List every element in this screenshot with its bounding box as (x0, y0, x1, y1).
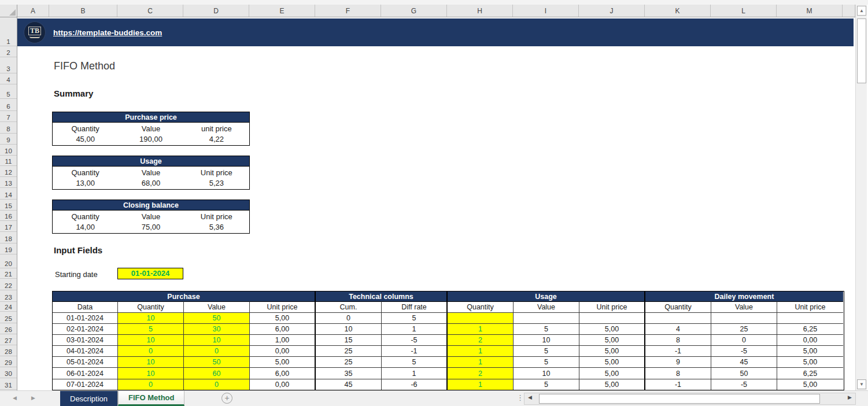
fifo-input-cell[interactable] (448, 313, 514, 324)
fifo-cell[interactable]: 10 (316, 324, 382, 335)
row-number-9[interactable]: 9 (0, 134, 17, 145)
fifo-input-cell[interactable]: 60 (184, 368, 250, 379)
fifo-cell[interactable]: -1 (382, 346, 448, 357)
fifo-cell[interactable]: -5 (711, 346, 777, 357)
fifo-cell[interactable]: -1 (645, 379, 711, 390)
fifo-input-cell[interactable]: 10 (118, 357, 184, 368)
fifo-cell[interactable]: 10 (514, 335, 579, 346)
fifo-cell[interactable]: 5 (514, 357, 579, 368)
fifo-cell[interactable]: 5 (514, 324, 579, 335)
summary-value-cell[interactable]: 13,00 (53, 178, 118, 189)
fifo-input-cell[interactable]: 50 (184, 313, 250, 324)
starting-date-input[interactable]: 01-01-2024 (117, 268, 183, 279)
summary-value-cell[interactable]: 190,00 (118, 134, 183, 145)
column-header-partial[interactable] (843, 5, 855, 17)
fifo-cell[interactable]: 6,25 (777, 324, 843, 335)
fifo-cell[interactable]: -6 (382, 379, 448, 390)
fifo-cell[interactable]: 07-01-2024 (53, 379, 118, 390)
row-number-11[interactable]: 11 (0, 156, 17, 166)
fifo-input-cell[interactable]: 1 (448, 379, 514, 390)
summary-value-cell[interactable]: 75,00 (118, 222, 183, 233)
fifo-cell[interactable]: 5,00 (579, 368, 645, 379)
fifo-cell[interactable]: 5 (514, 346, 579, 357)
row-number-16[interactable]: 16 (0, 211, 17, 221)
fifo-column-header[interactable]: Value (711, 301, 777, 313)
fifo-cell[interactable]: 25 (316, 357, 382, 368)
fifo-cell[interactable]: 02-01-2024 (53, 324, 118, 335)
fifo-cell[interactable]: 5 (382, 313, 448, 324)
row-number-15[interactable]: 15 (0, 200, 17, 211)
select-all-corner[interactable] (0, 5, 17, 17)
vertical-scrollbar[interactable]: ▲ ▼ (855, 5, 867, 390)
row-number-21[interactable]: 21 (0, 268, 17, 279)
row-number-20[interactable]: 20 (0, 254, 17, 268)
row-number-12[interactable]: 12 (0, 166, 17, 177)
fifo-input-cell[interactable]: 5 (118, 324, 184, 335)
fifo-cell[interactable]: 0,00 (777, 335, 843, 346)
fifo-cell[interactable]: 15 (316, 335, 382, 346)
row-number-31[interactable]: 31 (0, 378, 17, 390)
tab-splitter-handle[interactable]: ⋮ (516, 393, 525, 402)
scroll-left-icon[interactable]: ◀ (528, 394, 532, 400)
tab-nav-right-icon[interactable]: ▶ (31, 395, 35, 401)
horizontal-scroll-thumb[interactable] (539, 394, 820, 404)
fifo-cell[interactable]: 5,00 (579, 379, 645, 390)
row-number-25[interactable]: 25 (0, 312, 17, 323)
fifo-cell[interactable]: 06-01-2024 (53, 368, 118, 379)
row-number-19[interactable]: 19 (0, 243, 17, 254)
scroll-down-icon[interactable]: ▼ (857, 379, 866, 389)
row-number-3[interactable]: 3 (0, 57, 17, 73)
fifo-cell[interactable]: 05-01-2024 (53, 357, 118, 368)
fifo-column-header[interactable]: Quantity (118, 301, 184, 313)
row-number-7[interactable]: 7 (0, 111, 17, 122)
fifo-cell[interactable] (579, 313, 645, 324)
fifo-input-cell[interactable]: 0 (118, 346, 184, 357)
column-header-c[interactable]: C (117, 5, 183, 17)
column-header-i[interactable]: I (513, 5, 579, 17)
fifo-cell[interactable]: 6,00 (250, 324, 316, 335)
fifo-input-cell[interactable]: 0 (118, 379, 184, 390)
fifo-input-cell[interactable]: 10 (118, 335, 184, 346)
fifo-cell[interactable]: 25 (711, 324, 777, 335)
fifo-input-cell[interactable]: 1 (448, 346, 514, 357)
fifo-cell[interactable]: 5,00 (777, 379, 843, 390)
fifo-cell[interactable]: 5,00 (250, 357, 316, 368)
fifo-cell[interactable] (645, 313, 711, 324)
fifo-input-cell[interactable]: 0 (184, 379, 250, 390)
row-number-24[interactable]: 24 (0, 302, 17, 312)
summary-value-cell[interactable]: 5,36 (184, 222, 249, 233)
fifo-cell[interactable]: 45 (711, 357, 777, 368)
fifo-cell[interactable]: -5 (382, 335, 448, 346)
row-number-1[interactable]: 1 (0, 19, 17, 46)
fifo-input-cell[interactable]: 0 (184, 346, 250, 357)
summary-value-cell[interactable]: 4,22 (184, 134, 249, 145)
scroll-right-icon[interactable]: ▶ (848, 394, 852, 400)
fifo-cell[interactable]: 6,25 (777, 368, 843, 379)
row-number-10[interactable]: 10 (0, 145, 17, 156)
fifo-cell[interactable]: 10 (514, 368, 579, 379)
fifo-input-cell[interactable]: 50 (184, 357, 250, 368)
row-number-30[interactable]: 30 (0, 367, 17, 378)
fifo-column-header[interactable]: Quantity (448, 301, 514, 313)
column-header-a[interactable]: A (17, 5, 49, 17)
fifo-cell[interactable] (711, 313, 777, 324)
column-header-d[interactable]: D (183, 5, 249, 17)
tab-description[interactable]: Description (60, 391, 118, 406)
fifo-cell[interactable]: 03-01-2024 (53, 335, 118, 346)
summary-value-cell[interactable]: 68,00 (118, 178, 183, 189)
row-number-26[interactable]: 26 (0, 323, 17, 334)
column-header-m[interactable]: M (777, 5, 843, 17)
fifo-input-cell[interactable]: 10 (118, 313, 184, 324)
column-header-l[interactable]: L (711, 5, 777, 17)
fifo-cell[interactable]: -1 (645, 346, 711, 357)
row-number-23[interactable]: 23 (0, 290, 17, 302)
column-header-j[interactable]: J (579, 5, 645, 17)
fifo-cell[interactable]: 04-01-2024 (53, 346, 118, 357)
row-number-13[interactable]: 13 (0, 177, 17, 188)
fifo-cell[interactable]: 35 (316, 368, 382, 379)
row-number-17[interactable]: 17 (0, 221, 17, 232)
row-number-27[interactable]: 27 (0, 334, 17, 345)
scroll-up-icon[interactable]: ▲ (857, 6, 866, 16)
fifo-cell[interactable] (514, 313, 579, 324)
fifo-column-header[interactable]: Data (53, 301, 118, 313)
